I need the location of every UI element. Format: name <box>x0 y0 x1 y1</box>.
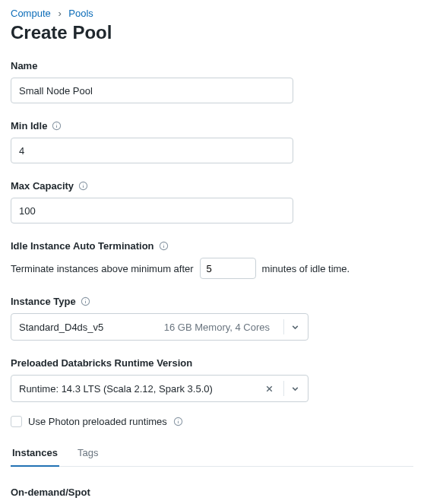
divider <box>283 319 284 334</box>
svg-point-8 <box>163 244 164 245</box>
info-icon[interactable] <box>159 241 169 251</box>
max-capacity-input[interactable] <box>11 198 293 223</box>
runtime-label-text: Preloaded Databricks Runtime Version <box>11 357 192 369</box>
tab-tags[interactable]: Tags <box>76 447 100 466</box>
divider <box>283 381 284 396</box>
svg-point-11 <box>85 300 86 300</box>
max-capacity-label: Max Capacity <box>11 180 413 192</box>
breadcrumb-sep: › <box>58 8 61 19</box>
photon-checkbox-label: Use Photon preloaded runtimes <box>28 416 167 427</box>
page-title: Create Pool <box>11 22 413 43</box>
svg-point-2 <box>56 124 57 125</box>
info-icon[interactable] <box>81 296 90 306</box>
field-instance-type: Instance Type Standard_D4ds_v5 16 GB Mem… <box>11 296 413 341</box>
idle-termination-label-text: Idle Instance Auto Termination <box>11 240 154 252</box>
min-idle-input[interactable] <box>11 138 293 163</box>
info-icon[interactable] <box>173 417 183 426</box>
instance-type-label: Instance Type <box>11 296 413 307</box>
min-idle-label: Min Idle <box>11 120 413 132</box>
termination-row: Terminate instances above minimum after … <box>11 258 413 279</box>
breadcrumb: Compute › Pools <box>11 8 413 19</box>
photon-checkbox-row: Use Photon preloaded runtimes <box>11 416 413 427</box>
instance-type-select[interactable]: Standard_D4ds_v5 16 GB Memory, 4 Cores <box>11 313 309 341</box>
instance-type-value: Standard_D4ds_v5 <box>19 322 103 333</box>
termination-suffix: minutes of idle time. <box>262 263 350 274</box>
instance-type-detail: 16 GB Memory, 4 Cores <box>103 322 270 333</box>
instance-type-label-text: Instance Type <box>11 296 76 307</box>
photon-checkbox[interactable] <box>11 416 22 427</box>
chevron-down-icon <box>290 322 300 332</box>
termination-minutes-input[interactable] <box>200 258 256 279</box>
field-max-capacity: Max Capacity <box>11 180 413 223</box>
field-idle-termination: Idle Instance Auto Termination Terminate… <box>11 240 413 279</box>
name-label-text: Name <box>11 60 37 71</box>
name-label: Name <box>11 60 413 71</box>
clear-icon[interactable] <box>264 384 274 394</box>
breadcrumb-compute[interactable]: Compute <box>11 8 51 19</box>
svg-point-16 <box>178 420 179 420</box>
runtime-label: Preloaded Databricks Runtime Version <box>11 357 413 369</box>
breadcrumb-pools[interactable]: Pools <box>68 8 93 19</box>
field-runtime: Preloaded Databricks Runtime Version Run… <box>11 357 413 402</box>
name-input[interactable] <box>11 78 293 103</box>
info-icon[interactable] <box>52 121 62 131</box>
runtime-select[interactable]: Runtime: 14.3 LTS (Scala 2.12, Spark 3.5… <box>11 375 309 402</box>
tab-instances[interactable]: Instances <box>11 447 59 466</box>
svg-point-5 <box>83 184 84 185</box>
chevron-down-icon <box>290 384 300 394</box>
runtime-value: Runtime: 14.3 LTS (Scala 2.12, Spark 3.5… <box>19 383 264 395</box>
field-min-idle: Min Idle <box>11 120 413 163</box>
termination-prefix: Terminate instances above minimum after <box>11 263 194 274</box>
field-name: Name <box>11 60 413 103</box>
tabs: Instances Tags <box>11 447 413 467</box>
max-capacity-label-text: Max Capacity <box>11 180 74 192</box>
on-demand-spot-title: On-demand/Spot <box>11 487 413 498</box>
min-idle-label-text: Min Idle <box>11 120 47 132</box>
idle-termination-label: Idle Instance Auto Termination <box>11 240 413 252</box>
info-icon[interactable] <box>78 181 88 191</box>
